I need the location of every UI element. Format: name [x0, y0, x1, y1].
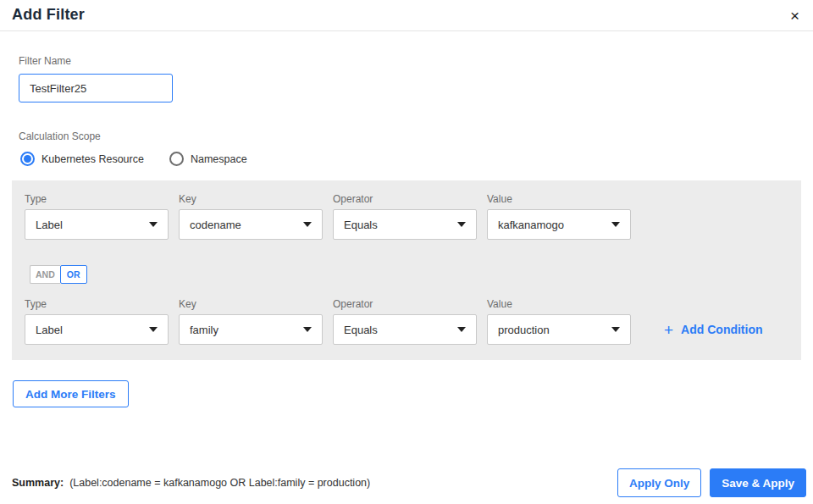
or-toggle-button[interactable]: OR: [60, 265, 87, 284]
type-field: Type Label: [25, 193, 169, 240]
type-field: Type Label: [25, 298, 169, 345]
calculation-scope-options: Kubernetes Resource Namespace: [20, 152, 813, 166]
operator-field: Operator Equals: [333, 298, 477, 345]
type-select[interactable]: Label: [25, 314, 169, 345]
key-select-value: codename: [190, 219, 241, 231]
apply-only-button[interactable]: Apply Only: [617, 468, 701, 497]
key-field: Key family: [179, 298, 323, 345]
value-field: Value production: [487, 298, 631, 345]
operator-select-value: Equals: [344, 219, 378, 231]
value-select[interactable]: production: [487, 314, 631, 345]
condition-row-1: Type Label Key codename Operator Equals …: [25, 193, 788, 240]
type-select-value: Label: [36, 219, 63, 231]
radio-namespace[interactable]: Namespace: [169, 152, 247, 166]
value-select-value: kafkanamogo: [498, 219, 564, 231]
radio-selected-icon: [20, 152, 35, 166]
chevron-down-icon: [611, 327, 620, 332]
chevron-down-icon: [303, 222, 312, 227]
operator-select-value: Equals: [344, 324, 378, 336]
add-condition-label: Add Condition: [681, 323, 762, 336]
filter-name-label: Filter Name: [19, 55, 813, 67]
conditions-panel: Type Label Key codename Operator Equals …: [12, 180, 801, 360]
dialog-header: Add Filter ×: [0, 0, 813, 31]
plus-icon: +: [664, 322, 673, 338]
chevron-down-icon: [303, 327, 312, 332]
value-field: Value kafkanamogo: [487, 193, 631, 240]
key-label: Key: [179, 193, 323, 205]
type-label: Type: [25, 298, 169, 310]
page-title: Add Filter: [12, 6, 85, 24]
calculation-scope-label: Calculation Scope: [19, 130, 813, 142]
value-select[interactable]: kafkanamogo: [487, 209, 631, 240]
operator-label: Operator: [333, 298, 477, 310]
radio-label: Namespace: [191, 153, 247, 165]
operator-select[interactable]: Equals: [333, 209, 477, 240]
chevron-down-icon: [457, 327, 466, 332]
operator-field: Operator Equals: [333, 193, 477, 240]
value-label: Value: [487, 298, 631, 310]
chevron-down-icon: [149, 327, 158, 332]
condition-row-2: Type Label Key family Operator Equals Va…: [25, 298, 788, 345]
dialog-footer: Summary:(Label:codename = kafkanamogo OR…: [12, 468, 806, 497]
operator-select[interactable]: Equals: [333, 314, 477, 345]
key-label: Key: [179, 298, 323, 310]
chevron-down-icon: [149, 222, 158, 227]
filter-name-input[interactable]: [19, 74, 173, 102]
key-field: Key codename: [179, 193, 323, 240]
key-select[interactable]: family: [179, 314, 323, 345]
type-select-value: Label: [36, 324, 63, 336]
operator-label: Operator: [333, 193, 477, 205]
and-toggle-button[interactable]: AND: [30, 265, 60, 284]
key-select-value: family: [190, 324, 218, 336]
type-select[interactable]: Label: [25, 209, 169, 240]
radio-unselected-icon: [169, 152, 184, 166]
chevron-down-icon: [611, 222, 620, 227]
add-more-filters-button[interactable]: Add More Filters: [13, 380, 129, 407]
summary-label: Summary:: [12, 477, 64, 489]
key-select[interactable]: codename: [179, 209, 323, 240]
value-select-value: production: [498, 324, 550, 336]
summary-text: (Label:codename = kafkanamogo OR Label:f…: [69, 477, 370, 489]
value-label: Value: [487, 193, 631, 205]
summary: Summary:(Label:codename = kafkanamogo OR…: [12, 477, 370, 489]
logic-toggle: AND OR: [30, 265, 788, 284]
add-condition-button[interactable]: + Add Condition: [664, 314, 763, 345]
close-icon[interactable]: ×: [788, 8, 801, 25]
type-label: Type: [25, 193, 169, 205]
save-and-apply-button[interactable]: Save & Apply: [710, 468, 806, 497]
chevron-down-icon: [457, 222, 466, 227]
footer-actions: Apply Only Save & Apply: [617, 468, 806, 497]
radio-kubernetes-resource[interactable]: Kubernetes Resource: [20, 152, 144, 166]
radio-label: Kubernetes Resource: [41, 153, 144, 165]
